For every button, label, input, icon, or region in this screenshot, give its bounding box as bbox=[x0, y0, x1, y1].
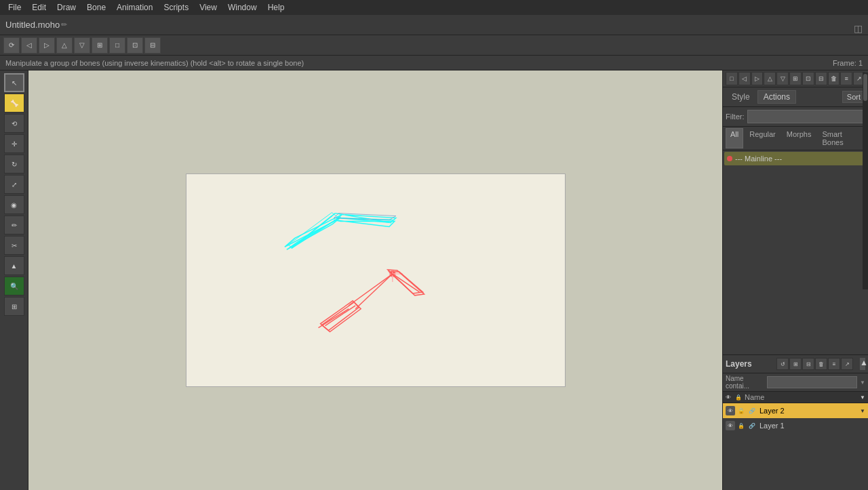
tool-scale[interactable]: ⤢ bbox=[4, 175, 24, 194]
layers-btn-5[interactable]: ≡ bbox=[828, 358, 840, 370]
actions-icon-7[interactable]: ⊡ bbox=[802, 72, 814, 85]
title-bar: Untitled.moho ✏ ◫ bbox=[0, 15, 868, 35]
tool-move[interactable]: ✛ bbox=[4, 134, 24, 153]
layers-title: Layers bbox=[726, 359, 776, 369]
menu-edit[interactable]: Edit bbox=[26, 1, 52, 14]
mainline-row[interactable]: --- Mainline --- bbox=[724, 152, 867, 165]
toolbar-btn-9[interactable]: ⊟ bbox=[144, 37, 161, 54]
canvas-area[interactable] bbox=[28, 70, 722, 490]
actions-icon-9[interactable]: 🗑 bbox=[828, 72, 840, 85]
menu-bar: File Edit Draw Bone Animation Scripts Vi… bbox=[0, 0, 868, 15]
action-filter-tabs: All Regular Morphs Smart Bones bbox=[723, 127, 868, 150]
menu-bone[interactable]: Bone bbox=[81, 1, 111, 14]
menu-scripts[interactable]: Scripts bbox=[158, 1, 194, 14]
layer2-scroll: ▼ bbox=[860, 408, 865, 414]
actions-icon-6[interactable]: ⊞ bbox=[789, 72, 802, 85]
toolbar-btn-3[interactable]: ▷ bbox=[39, 37, 55, 54]
layers-col-header: 👁 🔒 Name ▼ bbox=[723, 392, 868, 403]
menu-file[interactable]: File bbox=[3, 1, 26, 14]
layer2-icon: 🔗 bbox=[747, 406, 757, 415]
menu-help[interactable]: Help bbox=[262, 1, 290, 14]
actions-icon-5[interactable]: ▽ bbox=[776, 72, 789, 85]
actions-icon-3[interactable]: ▷ bbox=[751, 72, 764, 85]
document-title: Untitled.moho bbox=[5, 20, 60, 30]
bone-drawing bbox=[186, 174, 565, 386]
filter-label: Filter: bbox=[726, 113, 745, 121]
layer-row-1[interactable]: 👁 🔒 🔗 Layer 1 bbox=[723, 418, 868, 433]
toolbar-btn-5[interactable]: ▽ bbox=[74, 37, 90, 54]
actions-tab[interactable]: Actions bbox=[757, 90, 796, 104]
svg-line-14 bbox=[392, 274, 419, 292]
layers-btn-2[interactable]: ⊞ bbox=[789, 358, 802, 370]
actions-icon-4[interactable]: △ bbox=[764, 72, 776, 85]
layer1-icon: 🔗 bbox=[747, 421, 757, 430]
filter-row: Filter: bbox=[723, 107, 868, 127]
menu-animation[interactable]: Animation bbox=[111, 1, 158, 14]
mainline-dot bbox=[727, 156, 732, 161]
name-filter-input[interactable] bbox=[767, 376, 857, 388]
layer1-eye[interactable]: 👁 bbox=[726, 421, 735, 430]
filter-input[interactable] bbox=[747, 110, 866, 123]
svg-line-15 bbox=[355, 274, 393, 309]
actions-toolbar: □ ◁ ▷ △ ▽ ⊞ ⊡ ⊟ 🗑 ≡ ↗ bbox=[723, 70, 868, 87]
tool-zoom[interactable]: 🔍 bbox=[4, 277, 24, 295]
svg-line-16 bbox=[349, 274, 393, 306]
toolbar-btn-4[interactable]: △ bbox=[56, 37, 73, 54]
toolbar-btn-7[interactable]: □ bbox=[109, 37, 125, 54]
svg-marker-22 bbox=[321, 302, 361, 332]
main-layout: ↖ 🦴 ⟲ ✛ ↻ ⤢ ◉ ✏ ✂ ▲ 🔍 ⊞ bbox=[0, 70, 868, 490]
actions-icon-2[interactable]: ◁ bbox=[738, 72, 751, 85]
tool-select[interactable]: ↖ bbox=[4, 73, 24, 92]
style-tab[interactable]: Style bbox=[726, 90, 756, 104]
tool-point[interactable]: ◉ bbox=[4, 195, 24, 214]
tool-bones[interactable]: 🦴 bbox=[4, 94, 24, 113]
panel-toggle-icon[interactable]: ◫ bbox=[854, 23, 863, 34]
tool-extra[interactable]: ⊞ bbox=[4, 297, 24, 316]
layer2-name: Layer 2 bbox=[760, 407, 785, 415]
actions-icon-1[interactable]: □ bbox=[726, 72, 738, 85]
toolbar-btn-6[interactable]: ⊞ bbox=[92, 37, 108, 54]
tool-transform[interactable]: ⟲ bbox=[4, 114, 24, 133]
morphs-tab[interactable]: Morphs bbox=[782, 128, 816, 148]
layers-btn-1[interactable]: ↺ bbox=[776, 358, 789, 370]
frame-indicator: Frame: 1 bbox=[833, 59, 863, 67]
right-vscroll[interactable] bbox=[863, 73, 868, 289]
layers-col-name-header: Name bbox=[745, 393, 860, 401]
name-contains-label: Name contai... bbox=[726, 375, 764, 390]
layer-row-2[interactable]: 👁 🔒 🔗 Layer 2 ▼ bbox=[723, 403, 868, 418]
layers-scroll-up[interactable]: ▲ bbox=[860, 358, 865, 370]
toolbar-btn-1[interactable]: ⟳ bbox=[3, 37, 20, 54]
actions-icon-8[interactable]: ⊟ bbox=[815, 72, 827, 85]
actions-icon-10[interactable]: ≡ bbox=[840, 72, 852, 85]
toolbar-btn-2[interactable]: ◁ bbox=[21, 37, 37, 54]
style-actions-tabs: Style Actions Sort bbox=[723, 87, 868, 107]
regular-tab[interactable]: Regular bbox=[745, 128, 781, 148]
sort-button[interactable]: Sort bbox=[842, 91, 865, 103]
layer2-lock[interactable]: 🔒 bbox=[736, 406, 746, 415]
smart-bones-tab[interactable]: Smart Bones bbox=[817, 128, 865, 148]
layers-header: Layers ↺ ⊞ ⊟ 🗑 ≡ ↗ ▲ bbox=[723, 355, 868, 373]
menu-view[interactable]: View bbox=[194, 1, 222, 14]
left-toolbar: ↖ 🦴 ⟲ ✛ ↻ ⤢ ◉ ✏ ✂ ▲ 🔍 ⊞ bbox=[0, 70, 28, 490]
toolbar-btn-8[interactable]: ⊡ bbox=[127, 37, 143, 54]
actions-panel: □ ◁ ▷ △ ▽ ⊞ ⊡ ⊟ 🗑 ≡ ↗ Style Actions Sort… bbox=[723, 70, 868, 354]
status-bar: Manipulate a group of bones (using inver… bbox=[0, 56, 868, 70]
tool-rotate[interactable]: ↻ bbox=[4, 155, 24, 173]
tool-fill[interactable]: ▲ bbox=[4, 256, 24, 275]
layers-panel: Layers ↺ ⊞ ⊟ 🗑 ≡ ↗ ▲ Name contai... ▼ � bbox=[723, 354, 868, 490]
right-panel: □ ◁ ▷ △ ▽ ⊞ ⊡ ⊟ 🗑 ≡ ↗ Style Actions Sort… bbox=[722, 70, 868, 490]
menu-window[interactable]: Window bbox=[222, 1, 262, 14]
right-scroll-thumb[interactable] bbox=[863, 74, 867, 101]
tool-cut[interactable]: ✂ bbox=[4, 236, 24, 255]
all-tab[interactable]: All bbox=[726, 128, 743, 148]
layers-dropdown-icon[interactable]: ▼ bbox=[860, 380, 865, 386]
name-filter-row: Name contai... ▼ bbox=[723, 373, 868, 392]
viewport-canvas[interactable] bbox=[186, 173, 566, 387]
menu-draw[interactable]: Draw bbox=[52, 1, 81, 14]
layers-btn-3[interactable]: ⊟ bbox=[802, 358, 814, 370]
tool-draw[interactable]: ✏ bbox=[4, 216, 24, 234]
layers-btn-4[interactable]: 🗑 bbox=[815, 358, 827, 370]
layers-btn-6[interactable]: ↗ bbox=[841, 358, 853, 370]
layer2-eye[interactable]: 👁 bbox=[726, 406, 735, 415]
layer1-lock[interactable]: 🔒 bbox=[736, 421, 746, 430]
